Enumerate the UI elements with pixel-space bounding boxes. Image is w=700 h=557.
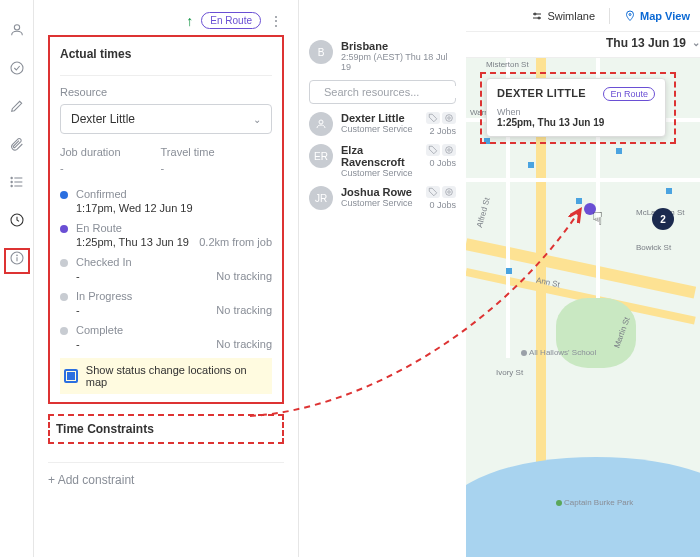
timeline-row: In Progress - No tracking (60, 288, 272, 318)
map-label: Misterton St (486, 60, 529, 69)
kebab-menu-icon[interactable]: ⋮ (269, 13, 284, 29)
resource-role: Customer Service (341, 198, 418, 208)
region-row[interactable]: B Brisbane 2:59pm (AEST) Thu 18 Jul 19 (309, 40, 456, 72)
timeline-dot-icon (60, 191, 68, 199)
resource-value: Dexter Little (71, 112, 135, 126)
map-view-label: Map View (640, 10, 690, 22)
status-timeline: Confirmed 1:17pm, Wed 12 Jun 19 En Route… (60, 186, 272, 352)
locate-icon[interactable] (442, 186, 456, 198)
resource-select[interactable]: Dexter Little ⌄ (60, 104, 272, 134)
timeline-dot-icon (60, 225, 68, 233)
date-display: Thu 13 Jun 19 (606, 36, 686, 50)
timeline-status: Checked In (76, 256, 272, 268)
poi-allhallows: All Hallows' School (521, 348, 596, 357)
transit-stop-icon (576, 198, 582, 204)
swimlane-label: Swimlane (547, 10, 595, 22)
divider (60, 75, 272, 76)
resource-row[interactable]: ER Elza Ravenscroft Customer Service 0 J… (309, 144, 456, 178)
svg-point-6 (11, 181, 12, 182)
search-field[interactable] (324, 86, 462, 98)
resource-label: Resource (60, 86, 272, 98)
timeline-time: - (76, 338, 80, 350)
view-toggle-bar: Swimlane Map View (466, 0, 700, 32)
map-label: Bowick St (636, 243, 671, 252)
date-strip: Thu 13 Jun 19 ⌄ (466, 32, 700, 58)
infowin-when-label: When (497, 107, 655, 117)
timeline-status: En Route (76, 222, 272, 234)
check-icon[interactable] (9, 60, 25, 76)
resource-row[interactable]: Dexter Little Customer Service 2 Jobs (309, 112, 456, 136)
svg-point-16 (446, 115, 453, 122)
user-icon[interactable] (9, 22, 25, 38)
svg-point-7 (11, 185, 12, 186)
region-time: 2:59pm (AEST) Thu 18 Jul 19 (341, 52, 456, 72)
time-constraints-header[interactable]: Time Constraints (54, 418, 278, 440)
show-status-checkbox[interactable] (64, 369, 78, 383)
resource-name: Dexter Little (341, 112, 418, 124)
svg-point-20 (446, 189, 453, 196)
transit-stop-icon (506, 268, 512, 274)
timeline-time: - (76, 270, 80, 282)
status-badge: En Route (201, 12, 261, 29)
locate-icon[interactable] (442, 112, 456, 124)
timeline-dot-icon (60, 293, 68, 301)
jobs-count: 2 Jobs (429, 126, 456, 136)
map-view-toggle[interactable]: Map View (624, 10, 690, 22)
map-area[interactable]: Swimlane Map View Thu 13 Jun 19 ⌄ (466, 0, 700, 557)
jobs-count: 0 Jobs (429, 200, 456, 210)
left-icon-rail (0, 0, 34, 557)
timeline-right: No tracking (216, 270, 272, 282)
clock-icon[interactable] (9, 212, 25, 228)
divider (48, 462, 284, 463)
timeline-status: Complete (76, 324, 272, 336)
show-status-toggle-row[interactable]: Show status change locations on map (60, 358, 272, 394)
transit-stop-icon (666, 188, 672, 194)
cluster-badge[interactable]: 2 (652, 208, 674, 230)
resource-name: Joshua Rowe (341, 186, 418, 198)
timeline-time: 1:17pm, Wed 12 Jun 19 (76, 202, 193, 214)
timeline-right: 0.2km from job (199, 236, 272, 248)
avatar: ER (309, 144, 333, 168)
svg-point-17 (448, 149, 451, 152)
timeline-time: 1:25pm, Thu 13 Jun 19 (76, 236, 189, 248)
svg-point-11 (16, 255, 17, 256)
panel-title: Actual times (60, 47, 272, 61)
timeline-time: - (76, 304, 80, 316)
cursor-pointer-icon: ☟ (592, 208, 603, 230)
travel-time-value: - (161, 162, 215, 174)
add-constraint-button[interactable]: + Add constraint (48, 473, 284, 487)
region-name: Brisbane (341, 40, 456, 52)
timeline-row: Confirmed 1:17pm, Wed 12 Jun 19 (60, 186, 272, 216)
swimlane-toggle[interactable]: Swimlane (531, 10, 595, 22)
timeline-row: Complete - No tracking (60, 322, 272, 352)
show-status-label: Show status change locations on map (86, 364, 268, 388)
transit-stop-icon (616, 148, 622, 154)
info-icon[interactable] (9, 250, 25, 266)
edit-icon[interactable] (9, 98, 25, 114)
upload-arrow-icon[interactable]: ↑ (186, 13, 193, 29)
infowin-status-badge: En Route (603, 87, 655, 101)
svg-point-14 (319, 120, 323, 124)
attachment-icon[interactable] (9, 136, 25, 152)
chevron-down-icon: ⌄ (253, 114, 261, 125)
locate-icon[interactable] (442, 144, 456, 156)
resource-row[interactable]: JR Joshua Rowe Customer Service 0 Jobs (309, 186, 456, 210)
search-resources-input[interactable] (309, 80, 456, 104)
job-duration-value: - (60, 162, 121, 174)
svg-point-25 (629, 13, 631, 15)
resource-name: Elza Ravenscroft (341, 144, 418, 168)
actual-times-panel: Actual times Resource Dexter Little ⌄ Jo… (48, 35, 284, 404)
timeline-status: In Progress (76, 290, 272, 302)
transit-stop-icon (484, 138, 490, 144)
list-icon[interactable] (9, 174, 25, 190)
poi-burke: Captain Burke Park (556, 498, 633, 507)
map-label: Ivory St (496, 368, 523, 377)
svg-point-5 (11, 177, 12, 178)
svg-point-19 (448, 191, 451, 194)
avatar: B (309, 40, 333, 64)
chevron-down-icon[interactable]: ⌄ (692, 37, 700, 48)
jobs-count: 0 Jobs (429, 158, 456, 168)
details-panel: ↑ En Route ⋮ Actual times Resource Dexte… (34, 0, 298, 557)
timeline-dot-icon (60, 327, 68, 335)
map-pin-icon (624, 10, 636, 22)
